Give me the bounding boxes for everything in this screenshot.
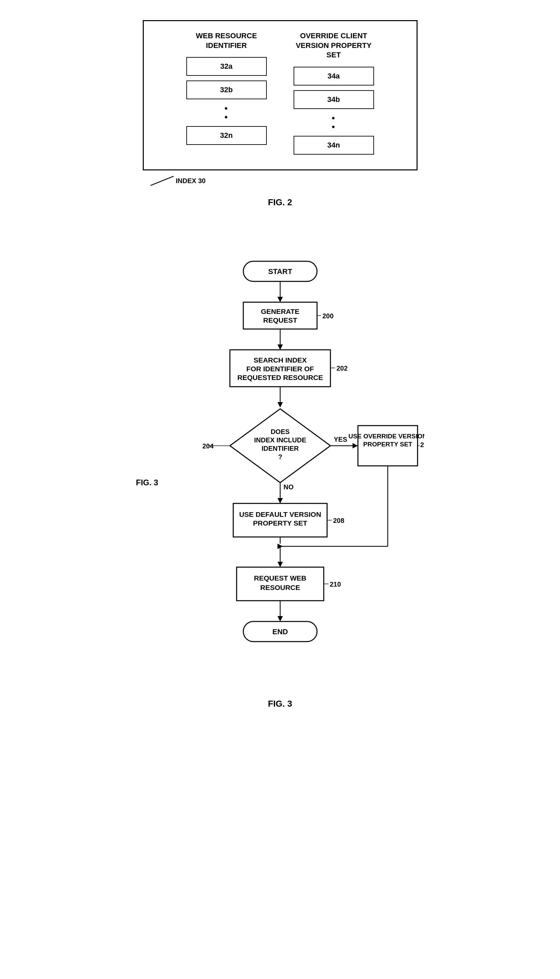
fig2-caption: FIG. 2 xyxy=(268,197,292,207)
override-label2: PROPERTY SET xyxy=(363,441,412,448)
svg-rect-4 xyxy=(243,302,317,329)
generate-request-label2: REQUEST xyxy=(263,316,297,324)
node210-label: 210 xyxy=(330,581,341,588)
svg-marker-15 xyxy=(353,443,358,448)
diamond-label4: ? xyxy=(278,453,282,461)
svg-marker-11 xyxy=(277,402,283,408)
col1-row3: 32n xyxy=(186,126,267,145)
svg-marker-7 xyxy=(277,344,283,350)
node208-label: 208 xyxy=(333,517,344,524)
col2-row3: 34n xyxy=(293,136,374,155)
fig3-diagram: FIG. 3 START GENERATE REQUEST 200 SEARCH… xyxy=(129,254,431,709)
default-label1: USE DEFAULT VERSION xyxy=(239,510,321,518)
col2-row2: 34b xyxy=(293,90,374,109)
col2-header: OVERRIDE CLIENT VERSION PROPERTY SET xyxy=(290,31,377,60)
col1-header: WEB RESOURCE IDENTIFIER xyxy=(183,31,270,50)
search-index-label3: REQUESTED RESOURCE xyxy=(237,374,323,381)
index-label-text: INDEX 30 xyxy=(176,177,206,185)
col1-dots: •• xyxy=(225,104,228,121)
request-web-label1: REQUEST WEB xyxy=(254,574,306,582)
diamond-label1: DOES xyxy=(270,428,290,435)
generate-request-label: GENERATE xyxy=(261,307,299,315)
col1-row2: 32b xyxy=(186,80,267,99)
no-label: NO xyxy=(283,483,293,491)
col1: WEB RESOURCE IDENTIFIER 32a 32b •• 32n xyxy=(183,31,270,159)
request-web-label2: RESOURCE xyxy=(260,583,300,591)
flowchart-svg: START GENERATE REQUEST 200 SEARCH INDEX … xyxy=(136,254,424,717)
index-label-line xyxy=(150,176,174,186)
start-label: START xyxy=(268,267,292,276)
node200-label: 200 xyxy=(322,312,333,320)
svg-marker-31 xyxy=(277,616,283,621)
yes-label: YES xyxy=(334,436,347,443)
search-index-label2: FOR IDENTIFIER OF xyxy=(246,365,314,373)
override-label1: USE OVERRIDE VERSION xyxy=(348,433,424,440)
col2-dots: •• xyxy=(332,114,335,131)
fig2-diagram: WEB RESOURCE IDENTIFIER 32a 32b •• 32n O… xyxy=(129,20,431,207)
col2: OVERRIDE CLIENT VERSION PROPERTY SET 34a… xyxy=(290,31,377,159)
end-label: END xyxy=(272,628,288,636)
search-index-label1: SEARCH INDEX xyxy=(253,356,307,364)
index-label: INDEX 30 xyxy=(150,176,206,186)
node202-label: 202 xyxy=(337,364,348,372)
index-box: WEB RESOURCE IDENTIFIER 32a 32b •• 32n O… xyxy=(143,20,418,170)
svg-line-0 xyxy=(150,176,174,185)
diamond-label3: IDENTIFIER xyxy=(262,445,299,452)
fig3-label: FIG. 3 xyxy=(136,478,158,487)
svg-marker-19 xyxy=(277,498,283,503)
svg-marker-3 xyxy=(277,297,283,302)
index-columns: WEB RESOURCE IDENTIFIER 32a 32b •• 32n O… xyxy=(157,31,403,159)
node206-label: 206 xyxy=(420,441,424,448)
node204-label: 204 xyxy=(202,443,214,450)
diamond-label2: INDEX INCLUDE xyxy=(254,436,306,444)
col1-row1: 32a xyxy=(186,57,267,76)
default-label2: PROPERTY SET xyxy=(253,519,307,527)
col2-row1: 34a xyxy=(293,67,374,85)
svg-marker-27 xyxy=(277,562,283,567)
